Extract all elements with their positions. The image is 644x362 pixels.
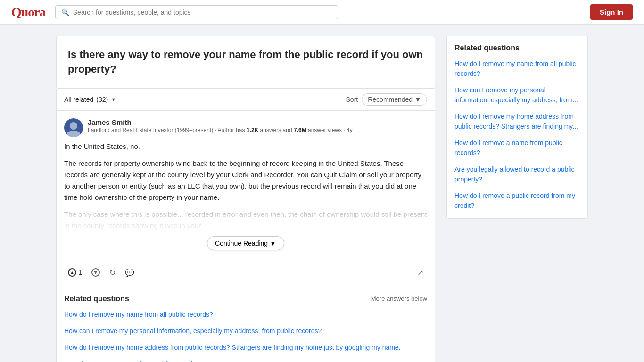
upvote-count: 1 — [78, 269, 82, 276]
main-content: Is there any way to remove your name fro… — [56, 36, 435, 362]
question-title: Is there any way to remove your name fro… — [68, 48, 423, 77]
sidebar-link-5[interactable]: Are you legally allowed to record a publ… — [454, 165, 580, 184]
question-card: Is there any way to remove your name fro… — [56, 36, 435, 89]
sidebar-card: Related questions How do I remove my nam… — [446, 36, 588, 219]
all-related-label: All related — [64, 96, 93, 103]
chevron-down-icon: ▼ — [414, 96, 421, 103]
more-answers-label: More answers below — [371, 295, 427, 302]
sidebar-link-3[interactable]: How do I remove my home address from pub… — [454, 112, 580, 132]
answer-fade: The only case where this is possible... … — [64, 209, 427, 231]
share-icon: ↗ — [417, 268, 423, 277]
author-name[interactable]: James Smith — [88, 118, 353, 126]
search-bar: 🔍 — [55, 5, 338, 19]
upvote-icon: ▲ — [68, 268, 76, 277]
upvote-button[interactable]: ▲ 1 — [64, 266, 86, 279]
sidebar: Related questions How do I remove my nam… — [446, 36, 588, 362]
search-icon: 🔍 — [61, 8, 69, 16]
related-link-1[interactable]: How do I remove my name from all public … — [64, 310, 427, 320]
sidebar-title: Related questions — [454, 44, 580, 52]
sidebar-link-1[interactable]: How do I remove my name from all public … — [454, 59, 580, 79]
chevron-down-icon: ▼ — [270, 239, 276, 247]
comment-icon: 💬 — [125, 268, 134, 277]
downvote-icon: ▼ — [91, 268, 100, 277]
share-button[interactable]: ↗ — [413, 266, 427, 279]
related-link-4[interactable]: How do I remove a name from public recor… — [64, 359, 427, 362]
time-ago: 4y — [347, 127, 353, 133]
page-layout: Is there any way to remove your name fro… — [49, 36, 595, 362]
author-details: James Smith Landlord and Real Estate Inv… — [88, 118, 353, 134]
related-questions-header: Related questions More answers below — [64, 295, 427, 303]
related-questions-section: Related questions More answers below How… — [56, 287, 435, 362]
sidebar-link-4[interactable]: How do I remove a name from public recor… — [454, 138, 580, 158]
all-related-dropdown[interactable]: All related (32) ▼ — [64, 96, 116, 103]
logo: Quora — [11, 5, 46, 20]
avatar — [64, 118, 83, 137]
comment-button[interactable]: 💬 — [121, 266, 138, 279]
sidebar-link-6[interactable]: How do I remove a public record from my … — [454, 191, 580, 211]
more-options-button[interactable]: ··· — [420, 118, 427, 127]
search-input[interactable] — [73, 8, 332, 16]
repost-button[interactable]: ↻ — [106, 266, 119, 279]
sort-dropdown[interactable]: Recommended ▼ — [362, 93, 427, 106]
recommended-label: Recommended — [368, 96, 413, 103]
views-count: 7.6M — [294, 127, 306, 133]
sort-right: Sort Recommended ▼ — [346, 93, 427, 106]
answer-text: In the United States, no. The records fo… — [64, 141, 427, 231]
related-link-3[interactable]: How do I remove my home address from pub… — [64, 343, 427, 353]
sort-label: Sort — [346, 96, 358, 103]
sort-bar: All related (32) ▼ Sort Recommended ▼ — [56, 89, 435, 111]
repost-icon: ↻ — [109, 268, 116, 277]
author-bio: Landlord and Real Estate Investor (1999–… — [88, 126, 353, 134]
chevron-down-icon: ▼ — [111, 97, 116, 102]
downvote-button[interactable]: ▼ — [88, 266, 104, 279]
sidebar-link-2[interactable]: How can I remove my personal information… — [454, 85, 580, 105]
answer-opening: In the United States, no. — [64, 141, 427, 152]
answer-body: The records for property ownership wind … — [64, 158, 427, 203]
continue-reading-button[interactable]: Continue Reading ▼ — [207, 236, 284, 250]
author-info: James Smith Landlord and Real Estate Inv… — [64, 118, 353, 137]
answer-actions: ▲ 1 ▼ ↻ 💬 ↗ — [64, 263, 427, 279]
continue-reading-area: Continue Reading ▼ — [64, 237, 427, 256]
answers-count: 1.2K — [247, 127, 258, 133]
related-count: (32) — [96, 96, 108, 103]
related-questions-title: Related questions — [64, 295, 129, 303]
answer-card: James Smith Landlord and Real Estate Inv… — [56, 111, 435, 287]
answer-header: James Smith Landlord and Real Estate Inv… — [64, 118, 427, 137]
header: Quora 🔍 Sign In — [0, 0, 644, 25]
related-link-2[interactable]: How can I remove my personal information… — [64, 326, 427, 336]
sign-in-button[interactable]: Sign In — [590, 4, 633, 20]
answer-fade-text: The only case where this is possible... … — [64, 209, 427, 231]
